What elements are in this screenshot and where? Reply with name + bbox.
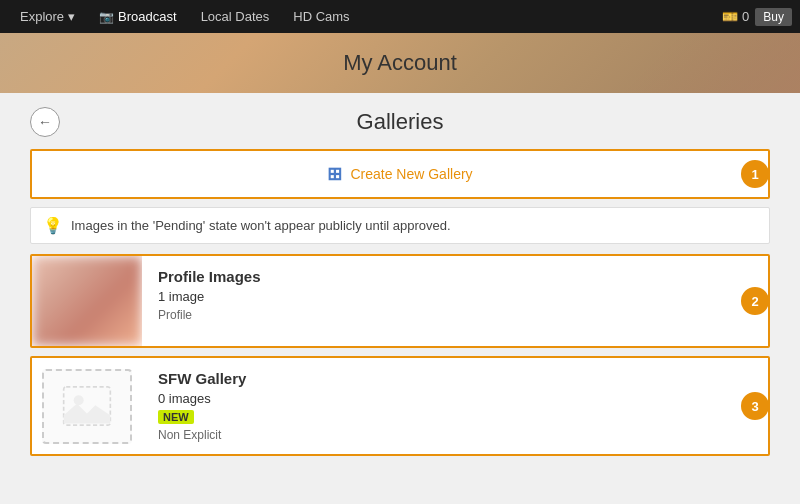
galleries-header: ← Galleries — [30, 109, 770, 135]
gallery-info: SFW Gallery 0 images NEW Non Explicit — [142, 358, 262, 454]
gallery-type: Non Explicit — [158, 428, 246, 442]
placeholder-image — [42, 369, 132, 444]
main-content: ← Galleries ⊞ Create New Gallery 1 💡 Ima… — [0, 93, 800, 504]
gallery-name: SFW Gallery — [158, 370, 246, 387]
create-gallery-badge: 1 — [741, 160, 769, 188]
create-gallery-label: Create New Gallery — [350, 166, 472, 182]
buy-button[interactable]: Buy — [755, 8, 792, 26]
info-icon: 💡 — [43, 216, 63, 235]
gallery-card[interactable]: Profile Images 1 image Profile 2 — [30, 254, 770, 348]
banner-title: My Account — [343, 50, 457, 76]
gallery-thumbnail — [32, 256, 142, 346]
camera-icon: 📷 — [99, 10, 114, 24]
gallery-card[interactable]: SFW Gallery 0 images NEW Non Explicit 3 — [30, 356, 770, 456]
explore-label: Explore — [20, 9, 64, 24]
nav-explore[interactable]: Explore ▾ — [8, 0, 87, 33]
nav-broadcast[interactable]: 📷 Broadcast — [87, 0, 189, 33]
credits-icon: 🎫 — [722, 9, 738, 24]
chevron-down-icon: ▾ — [68, 9, 75, 24]
gallery-info: Profile Images 1 image Profile — [142, 256, 277, 346]
gallery-thumbnail — [32, 358, 142, 454]
gallery-badge: 2 — [741, 287, 769, 315]
nav-right: 🎫 0 Buy — [722, 8, 792, 26]
account-banner: My Account — [0, 33, 800, 93]
local-dates-label: Local Dates — [201, 9, 270, 24]
credits-count: 0 — [742, 9, 749, 24]
blurred-image — [32, 256, 142, 346]
gallery-name: Profile Images — [158, 268, 261, 285]
image-placeholder-icon — [62, 381, 112, 431]
hd-cams-label: HD Cams — [293, 9, 349, 24]
gallery-count: 0 images — [158, 391, 246, 406]
svg-point-1 — [74, 395, 84, 405]
gallery-count: 1 image — [158, 289, 261, 304]
credits-display: 🎫 0 — [722, 9, 749, 24]
gallery-badge: 3 — [741, 392, 769, 420]
info-banner: 💡 Images in the 'Pending' state won't ap… — [30, 207, 770, 244]
gallery-type: Profile — [158, 308, 261, 322]
back-button[interactable]: ← — [30, 107, 60, 137]
broadcast-label: Broadcast — [118, 9, 177, 24]
top-nav: Explore ▾ 📷 Broadcast Local Dates HD Cam… — [0, 0, 800, 33]
create-gallery-button[interactable]: ⊞ Create New Gallery 1 — [30, 149, 770, 199]
galleries-title: Galleries — [30, 109, 770, 135]
nav-hd-cams[interactable]: HD Cams — [281, 0, 361, 33]
nav-local-dates[interactable]: Local Dates — [189, 0, 282, 33]
info-message: Images in the 'Pending' state won't appe… — [71, 218, 451, 233]
new-badge: NEW — [158, 410, 194, 424]
plus-icon: ⊞ — [327, 163, 342, 185]
